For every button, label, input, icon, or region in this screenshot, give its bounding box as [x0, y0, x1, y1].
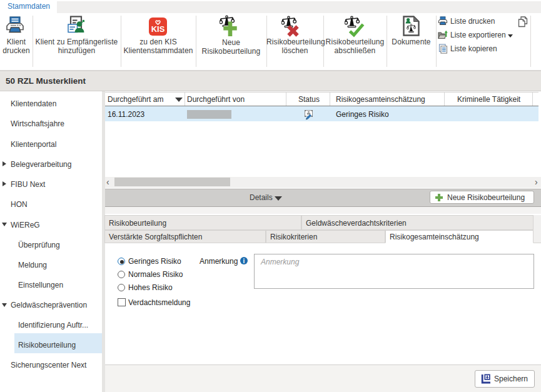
svg-text:KIS: KIS — [151, 24, 165, 34]
